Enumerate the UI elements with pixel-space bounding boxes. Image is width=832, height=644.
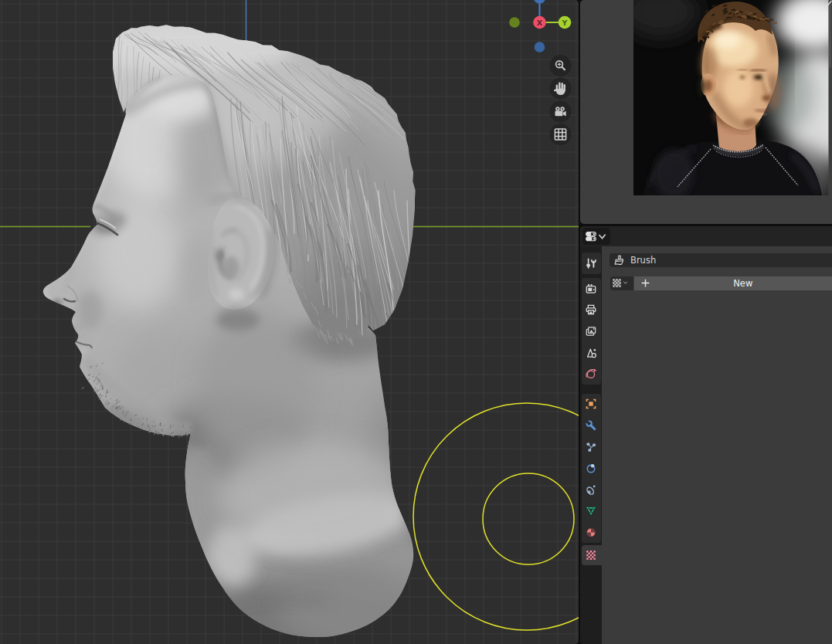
tab-constraints[interactable] <box>585 483 597 496</box>
modifiers-wrench-icon <box>585 419 597 432</box>
tab-object-data[interactable] <box>585 504 597 517</box>
properties-content <box>602 246 832 644</box>
properties-header <box>580 226 832 246</box>
new-texture-button[interactable]: New <box>633 276 832 290</box>
gizmo-y-label: Y <box>562 19 568 27</box>
tab-scene[interactable] <box>585 347 597 359</box>
tab-particles[interactable] <box>585 441 597 453</box>
tab-render[interactable] <box>585 283 597 295</box>
gizmo-x-label: X <box>537 19 543 27</box>
grid-button[interactable] <box>550 124 572 145</box>
texture-checker-icon <box>585 549 597 561</box>
tab-object[interactable] <box>585 398 597 410</box>
properties-tab-strip <box>580 246 602 644</box>
gizmo-y-neg[interactable] <box>509 17 520 28</box>
physics-icon <box>585 462 597 474</box>
editor-type-button[interactable] <box>582 228 610 245</box>
brush-icon <box>613 255 625 266</box>
breadcrumb-bar[interactable]: Brush <box>610 253 832 267</box>
tab-world[interactable] <box>585 368 597 380</box>
tab-physics[interactable] <box>585 462 597 474</box>
tab-material[interactable] <box>585 526 597 538</box>
tab-modifiers[interactable] <box>585 419 597 432</box>
blender-window: X Y <box>0 0 832 644</box>
texture-checker-icon <box>612 278 622 288</box>
viewport-3d[interactable]: X Y <box>0 0 579 644</box>
pan-button[interactable] <box>550 78 572 100</box>
tool-icon <box>585 257 597 269</box>
particles-icon <box>585 441 597 453</box>
world-icon <box>585 368 597 380</box>
texture-browse-button[interactable] <box>610 276 633 290</box>
constraints-icon <box>585 483 597 496</box>
chevron-down-icon <box>598 233 606 240</box>
object-icon <box>585 398 597 410</box>
breadcrumb-label: Brush <box>630 255 656 266</box>
chevron-down-icon <box>623 281 628 285</box>
texture-datablock-row: New <box>610 276 832 290</box>
view-layer-icon <box>585 325 597 337</box>
tab-output[interactable] <box>585 303 597 316</box>
tab-texture[interactable] <box>585 549 597 561</box>
properties-editor: Brush New <box>580 226 832 644</box>
scene-icon <box>585 347 597 359</box>
image-editor-area[interactable] <box>580 0 832 224</box>
gizmo-z-neg[interactable] <box>535 42 545 53</box>
reference-photo <box>633 0 829 195</box>
image-editor-scrollbar[interactable] <box>829 2 832 68</box>
area-corner-widget <box>826 0 832 8</box>
mesh-data-icon <box>585 504 597 517</box>
camera-button[interactable] <box>550 101 572 123</box>
new-button-label: New <box>634 278 832 289</box>
render-icon <box>585 283 597 295</box>
material-icon <box>585 526 597 538</box>
tab-tool[interactable] <box>585 257 597 269</box>
properties-editor-icon <box>585 230 597 242</box>
viewport-canvas: X Y <box>0 0 579 644</box>
plus-icon <box>640 277 651 289</box>
zoom-button[interactable] <box>550 55 572 76</box>
output-icon <box>585 303 597 316</box>
tab-view-layer[interactable] <box>585 325 597 337</box>
